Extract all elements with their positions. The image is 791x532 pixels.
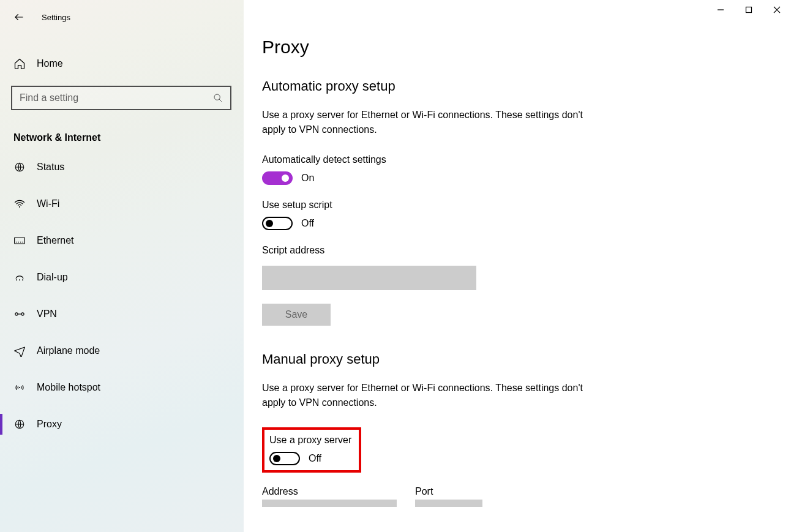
- use-proxy-label: Use a proxy server: [269, 435, 351, 446]
- setup-script-toggle[interactable]: [262, 217, 293, 230]
- sidebar-item-label: Ethernet: [37, 235, 73, 246]
- save-button: Save: [262, 304, 331, 326]
- use-proxy-toggle[interactable]: [269, 452, 300, 465]
- sidebar-item-vpn[interactable]: VPN: [0, 300, 244, 328]
- use-proxy-state: Off: [309, 453, 321, 464]
- search-box[interactable]: [11, 86, 231, 110]
- sidebar-item-hotspot[interactable]: Mobile hotspot: [0, 373, 244, 402]
- vpn-icon: [13, 308, 26, 320]
- titlebar-left: Settings: [0, 6, 244, 28]
- setup-script-state: Off: [301, 218, 314, 229]
- sidebar-item-label: Mobile hotspot: [37, 382, 100, 393]
- minimize-button[interactable]: [707, 0, 735, 20]
- arrow-left-icon: [13, 12, 24, 23]
- sidebar-item-dialup[interactable]: Dial-up: [0, 263, 244, 291]
- sidebar-item-label: Status: [37, 162, 64, 173]
- svg-line-1: [219, 99, 222, 102]
- sidebar-item-label: VPN: [37, 309, 57, 320]
- svg-point-3: [19, 206, 20, 208]
- svg-point-5: [16, 279, 17, 280]
- auto-detect-state: On: [301, 173, 314, 184]
- svg-point-8: [15, 313, 18, 315]
- airplane-icon: [13, 345, 26, 357]
- globe-icon: [13, 161, 26, 173]
- script-address-input[interactable]: [262, 266, 476, 290]
- save-button-label: Save: [285, 309, 307, 320]
- setup-script-label: Use setup script: [262, 200, 767, 211]
- svg-rect-13: [746, 7, 752, 13]
- svg-point-0: [214, 94, 220, 100]
- maximize-icon: [745, 6, 752, 13]
- hotspot-icon: [13, 381, 26, 394]
- svg-point-6: [19, 279, 20, 280]
- sidebar-item-status[interactable]: Status: [0, 153, 244, 181]
- sidebar-item-airplane[interactable]: Airplane mode: [0, 337, 244, 365]
- dialup-icon: [13, 271, 26, 283]
- highlight-box: Use a proxy server Off: [262, 427, 361, 473]
- window-title: Settings: [42, 13, 70, 22]
- page-title: Proxy: [262, 37, 767, 58]
- search-input[interactable]: [20, 92, 203, 103]
- auto-heading: Automatic proxy setup: [262, 78, 767, 94]
- close-icon: [773, 6, 781, 13]
- auto-detect-label: Automatically detect settings: [262, 154, 767, 165]
- sidebar-item-proxy[interactable]: Proxy: [0, 410, 244, 438]
- svg-point-7: [22, 279, 23, 280]
- sidebar-item-label: Dial-up: [37, 272, 68, 283]
- home-icon: [13, 58, 26, 70]
- sidebar-item-wifi[interactable]: Wi-Fi: [0, 190, 244, 218]
- port-label: Port: [415, 486, 482, 497]
- sidebar-item-label: Wi-Fi: [37, 198, 59, 209]
- auto-description: Use a proxy server for Ethernet or Wi-Fi…: [262, 108, 593, 137]
- maximize-button[interactable]: [735, 0, 763, 20]
- sidebar-item-label: Proxy: [37, 419, 62, 430]
- port-input[interactable]: [415, 500, 482, 507]
- svg-rect-4: [15, 238, 25, 244]
- sidebar-item-ethernet[interactable]: Ethernet: [0, 227, 244, 255]
- manual-heading: Manual proxy setup: [262, 351, 767, 367]
- manual-description: Use a proxy server for Ethernet or Wi-Fi…: [262, 381, 593, 410]
- sidebar: Settings Home Network & Internet Status …: [0, 0, 244, 532]
- svg-point-9: [21, 313, 24, 315]
- window-controls: [707, 0, 791, 20]
- script-address-label: Script address: [262, 245, 767, 256]
- search-icon: [213, 93, 223, 103]
- wifi-icon: [13, 198, 26, 210]
- auto-detect-toggle[interactable]: [262, 171, 293, 185]
- main-content: Proxy Automatic proxy setup Use a proxy …: [244, 0, 791, 532]
- minimize-icon: [717, 6, 724, 13]
- address-label: Address: [262, 486, 397, 497]
- sidebar-item-label: Airplane mode: [37, 345, 100, 356]
- sidebar-section-label: Network & Internet: [13, 132, 244, 143]
- globe-icon: [13, 418, 26, 430]
- svg-point-10: [19, 387, 20, 388]
- ethernet-icon: [13, 234, 26, 247]
- address-input[interactable]: [262, 500, 397, 507]
- close-button[interactable]: [763, 0, 791, 20]
- home-label: Home: [37, 58, 63, 69]
- home-button[interactable]: Home: [0, 50, 244, 77]
- back-button[interactable]: [13, 12, 24, 23]
